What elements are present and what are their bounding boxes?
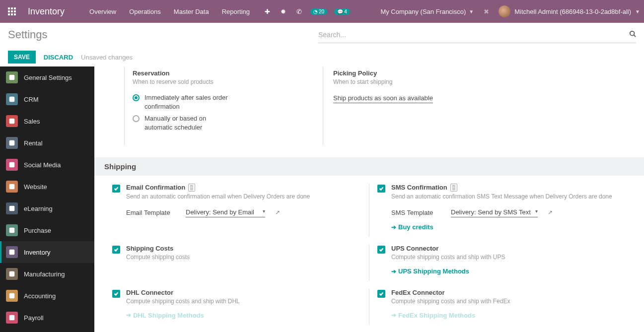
- sidebar-icon: [6, 71, 18, 83]
- discard-button[interactable]: DISCARD: [44, 54, 73, 61]
- shipping-costs-checkbox[interactable]: [112, 246, 120, 254]
- external-link-icon[interactable]: ↗: [275, 209, 280, 216]
- chat-badge[interactable]: 💬 4: [334, 8, 350, 15]
- unsaved-label: Unsaved changes: [81, 54, 133, 61]
- email-template-select[interactable]: Delivery: Send by Email: [186, 207, 265, 217]
- chevron-down-icon: ▼: [635, 9, 640, 14]
- company-name: My Company (San Francisco): [380, 8, 466, 15]
- bug-icon[interactable]: ✹: [279, 7, 287, 16]
- sidebar-item-website[interactable]: Website: [0, 176, 94, 198]
- nav-overview[interactable]: Overview: [84, 5, 121, 18]
- header-row: Settings: [0, 23, 644, 47]
- app-title[interactable]: Inventory: [28, 6, 65, 17]
- sidebar-item-inventory[interactable]: Inventory: [0, 241, 94, 263]
- nav-operations[interactable]: Operations: [124, 5, 166, 18]
- email-title: Email Confirmation: [126, 184, 185, 191]
- ups-connector: UPS Connector Compute shipping costs and…: [369, 245, 624, 281]
- nav-extra-icons: ✚ ✹ ✆ ◔ 20 💬 4: [263, 7, 350, 16]
- plus-icon[interactable]: ✚: [263, 7, 272, 16]
- nav-master-data[interactable]: Master Data: [169, 5, 214, 18]
- sidebar-item-label: Manufacturing: [24, 270, 65, 278]
- phone-icon[interactable]: ✆: [294, 7, 303, 16]
- enterprise-icon: [188, 184, 195, 192]
- sidebar-item-label: eLearning: [24, 205, 53, 212]
- sms-template-label: SMS Template: [391, 209, 441, 216]
- svg-rect-13: [9, 119, 15, 124]
- svg-rect-19: [9, 250, 15, 255]
- ups-checkbox[interactable]: [377, 246, 385, 254]
- dhl-connector: DHL Connector Compute shipping costs and…: [104, 289, 359, 325]
- fedex-sub: Compute shipping costs and ship with Fed…: [391, 297, 624, 306]
- apps-icon[interactable]: [4, 3, 20, 19]
- sidebar-item-crm[interactable]: CRM: [0, 88, 94, 110]
- sidebar-item-sales[interactable]: Sales: [0, 110, 94, 132]
- sidebar-item-label: Purchase: [24, 227, 51, 234]
- sidebar-item-accounting[interactable]: Accounting: [0, 285, 94, 307]
- sidebar-item-general-settings[interactable]: General Settings: [0, 66, 94, 88]
- svg-rect-20: [9, 271, 15, 277]
- sidebar-icon: [6, 93, 18, 105]
- svg-rect-3: [8, 10, 10, 12]
- email-confirmation-checkbox[interactable]: [112, 185, 120, 193]
- sidebar-item-rental[interactable]: Rental: [0, 132, 94, 154]
- sidebar-icon: [6, 202, 18, 214]
- email-sub: Send an automatic confirmation email whe…: [126, 193, 359, 201]
- timer-badge[interactable]: ◔ 20: [310, 8, 327, 15]
- sidebar-item-social-media[interactable]: Social Media: [0, 154, 94, 176]
- svg-rect-22: [9, 315, 15, 321]
- sidebar-item-elearning[interactable]: eLearning: [0, 198, 94, 219]
- ups-link-label: UPS Shipping Methods: [398, 267, 469, 275]
- arrow-icon: ➔: [391, 312, 396, 319]
- user-selector[interactable]: Mitchell Admint (686948-13-0-2ad8bf-all)…: [499, 5, 640, 17]
- picking-sub: When to start shipping: [333, 78, 531, 86]
- nav-reporting[interactable]: Reporting: [217, 5, 255, 18]
- svg-rect-12: [9, 97, 15, 102]
- sms-template-select[interactable]: Delivery: Send by SMS Text: [451, 207, 538, 217]
- sms-confirmation-checkbox[interactable]: [377, 185, 385, 193]
- tools-icon[interactable]: ✖: [482, 7, 491, 16]
- row-dhl-fedex: DHL Connector Compute shipping costs and…: [94, 281, 644, 325]
- picking-select-value: Ship products as soon as available: [333, 94, 433, 102]
- sms-sub: Send an automatic confirmation SMS Text …: [391, 193, 624, 201]
- sidebar-item-manufacturing[interactable]: Manufacturing: [0, 263, 94, 285]
- sidebar-item-purchase[interactable]: Purchase: [0, 219, 94, 241]
- sidebar-icon: [6, 246, 18, 258]
- arrow-icon: ➔: [391, 268, 396, 275]
- reservation-opt-immediate[interactable]: Immediately after sales order confirmati…: [133, 93, 303, 111]
- radio-label: Immediately after sales order confirmati…: [144, 93, 229, 111]
- reservation-radio-group: Immediately after sales order confirmati…: [133, 93, 303, 133]
- buy-credits-link[interactable]: ➔Buy credits: [391, 223, 433, 231]
- svg-rect-16: [9, 184, 15, 190]
- reservation-opt-manual[interactable]: Manually or based on automatic scheduler: [133, 114, 303, 132]
- sidebar-icon: [6, 159, 18, 171]
- dhl-checkbox[interactable]: [112, 290, 120, 298]
- search-input[interactable]: [318, 31, 626, 39]
- search-icon[interactable]: [626, 30, 636, 39]
- sidebar-icon: [6, 137, 18, 149]
- costs-title: Shipping Costs: [126, 245, 173, 252]
- company-selector[interactable]: My Company (San Francisco) ▼: [380, 8, 474, 15]
- picking-select[interactable]: Ship products as soon as available: [333, 93, 433, 103]
- sidebar: General SettingsCRMSalesRentalSocial Med…: [0, 66, 94, 332]
- sidebar-item-payroll[interactable]: Payroll: [0, 307, 94, 329]
- save-button[interactable]: SAVE: [8, 51, 36, 64]
- sidebar-icon: [6, 312, 18, 324]
- user-name: Mitchell Admint (686948-13-0-2ad8bf-all): [514, 8, 631, 15]
- external-link-icon[interactable]: ↗: [548, 209, 553, 216]
- ups-sub: Compute shipping costs and ship with UPS: [391, 253, 624, 262]
- svg-point-9: [630, 31, 635, 36]
- dhl-link-label: DHL Shipping Methods: [133, 312, 204, 319]
- dhl-methods-link[interactable]: ➔DHL Shipping Methods: [126, 312, 204, 319]
- fedex-methods-link[interactable]: ➔FedEx Shipping Methods: [391, 312, 475, 319]
- sidebar-item-label: General Settings: [24, 74, 72, 81]
- topbar: Inventory Overview Operations Master Dat…: [0, 0, 644, 23]
- ups-title: UPS Connector: [391, 245, 438, 252]
- svg-rect-7: [11, 13, 13, 15]
- sms-title: SMS Confirmation: [391, 184, 447, 191]
- ups-methods-link[interactable]: ➔UPS Shipping Methods: [391, 267, 469, 275]
- sms-confirmation: SMS Confirmation Send an automatic confi…: [369, 184, 624, 237]
- sidebar-item-project[interactable]: Project: [0, 329, 94, 332]
- svg-rect-1: [11, 7, 13, 9]
- fedex-title: FedEx Connector: [391, 289, 445, 296]
- fedex-checkbox[interactable]: [377, 290, 385, 298]
